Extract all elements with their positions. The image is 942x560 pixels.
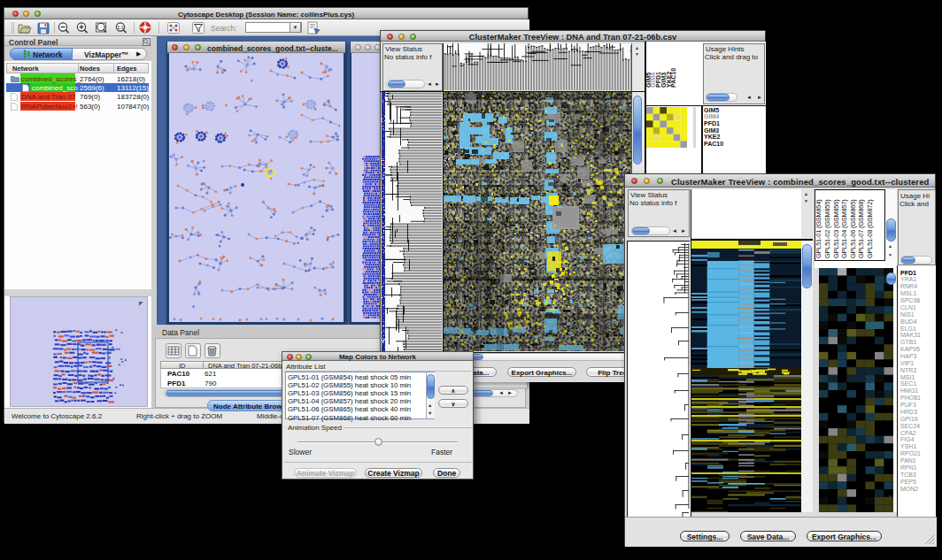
svg-text:1:1: 1:1: [117, 25, 124, 30]
